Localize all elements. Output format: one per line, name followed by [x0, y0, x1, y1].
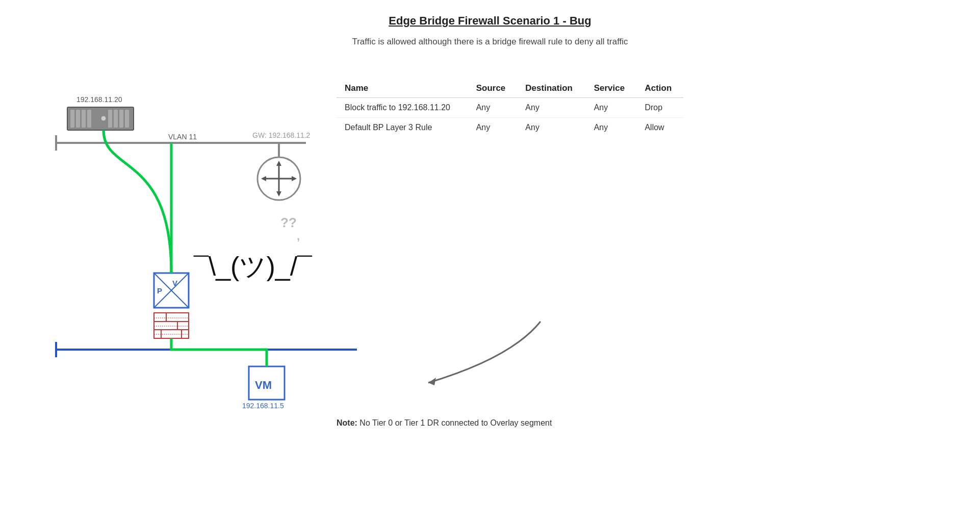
vm-ip-label: 192.168.11.5: [242, 402, 284, 410]
rule-destination-2: Any: [517, 118, 585, 138]
svg-marker-43: [428, 378, 436, 385]
page-title: Edge Bridge Firewall Scenario 1 - Bug: [0, 14, 980, 28]
rule-service-1: Any: [586, 98, 637, 118]
note-text: Note: No Tier 0 or Tier 1 DR connected t…: [337, 418, 552, 428]
table-row: Block traffic to 192.168.11.20 Any Any A…: [337, 98, 683, 118]
col-action: Action: [636, 79, 683, 98]
svg-rect-3: [82, 110, 86, 128]
gw-label: GW: 192.168.11.2: [252, 131, 311, 139]
rule-service-2: Any: [586, 118, 637, 138]
vlan-label: VLAN 11: [168, 133, 197, 141]
rule-destination-1: Any: [517, 98, 585, 118]
firewall-table: Name Source Destination Service Action B…: [337, 79, 683, 137]
svg-rect-1: [70, 110, 74, 128]
svg-text:V: V: [172, 279, 177, 287]
svg-rect-2: [76, 110, 80, 128]
subtitle: Traffic is allowed although there is a b…: [0, 37, 980, 47]
svg-rect-4: [87, 110, 91, 128]
network-diagram: 192.168.11.20 VLAN 11 GW: 192.168.11.2: [31, 71, 362, 429]
svg-text:VM: VM: [255, 379, 272, 391]
svg-rect-7: [114, 110, 118, 128]
svg-text:,: ,: [297, 230, 300, 242]
svg-text:P: P: [157, 286, 162, 295]
rule-source-1: Any: [468, 98, 518, 118]
note-bold: Note:: [337, 418, 357, 427]
rule-action-2: Allow: [636, 118, 683, 138]
svg-rect-8: [119, 110, 123, 128]
svg-point-5: [101, 116, 106, 121]
col-service: Service: [586, 79, 637, 98]
rule-action-1: Drop: [636, 98, 683, 118]
svg-text:??: ??: [280, 215, 297, 230]
note-content: No Tier 0 or Tier 1 DR connected to Over…: [357, 418, 552, 427]
table-row: Default BP Layer 3 Rule Any Any Any Allo…: [337, 118, 683, 138]
svg-rect-6: [108, 110, 112, 128]
host-ip-label: 192.168.11.20: [76, 95, 122, 104]
svg-rect-9: [125, 110, 129, 128]
rule-source-2: Any: [468, 118, 518, 138]
col-destination: Destination: [517, 79, 585, 98]
note-area: Note: No Tier 0 or Tier 1 DR connected t…: [337, 357, 552, 428]
col-source: Source: [468, 79, 518, 98]
svg-text:¯\_(ツ)_/¯: ¯\_(ツ)_/¯: [193, 252, 313, 281]
